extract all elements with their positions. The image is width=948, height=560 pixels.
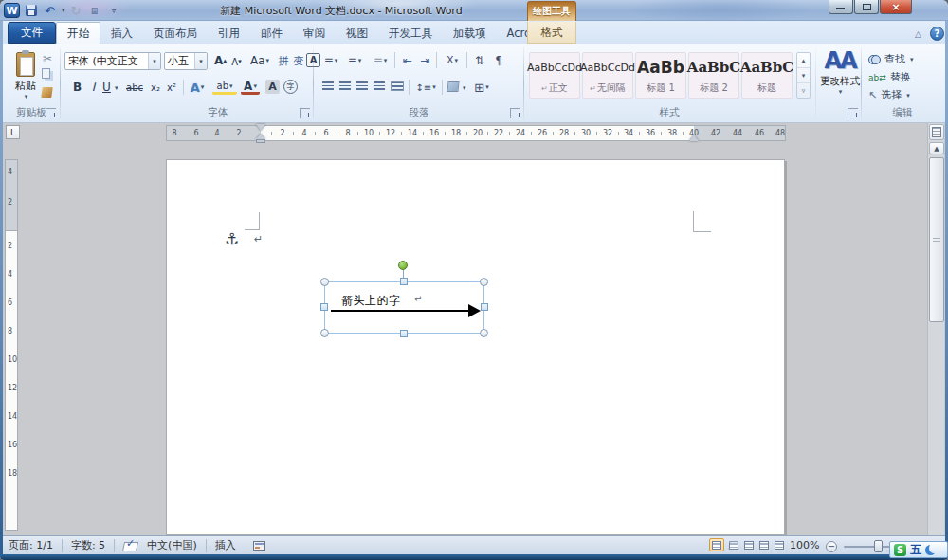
shading-button[interactable] [447,81,459,92]
scroll-up-button[interactable]: ▲ [929,142,944,154]
ime-logo-icon[interactable]: S [894,544,906,556]
undo-button[interactable]: ↶ [42,3,58,18]
close-button[interactable]: × [880,0,912,14]
ime-fullwidth-moon-icon[interactable] [925,545,936,555]
tab-home[interactable]: 开始 [56,22,100,44]
arrow-shape[interactable] [331,310,469,312]
bullets-button[interactable]: ≡▾ [320,52,341,68]
first-line-indent-marker[interactable] [256,124,265,131]
increase-indent-button[interactable]: ⇥ [417,52,433,68]
tab-page-layout[interactable]: 页面布局 [143,23,208,44]
styles-scroll-up[interactable]: ▴ [797,53,810,68]
resize-handle-left[interactable] [320,303,328,311]
toggle-ruler-button[interactable] [929,124,944,140]
find-dropdown-arrow[interactable]: ▾ [910,56,914,63]
paste-button[interactable]: 粘贴 ▾ [11,49,40,104]
right-indent-marker[interactable] [689,135,699,141]
resize-handle-bottom[interactable] [400,330,408,337]
style-title[interactable]: AaBbC 标题 [741,52,793,99]
help-icon[interactable]: ? [930,27,944,41]
strikethrough-button[interactable]: abc [123,80,146,95]
font-name-dropdown-arrow[interactable]: ▾ [148,53,160,69]
resize-handle-top[interactable] [400,278,408,285]
styles-gallery-expand[interactable]: ▿ [797,83,810,98]
find-button[interactable]: 查找 ▾ [868,51,914,67]
resize-handle-top-right[interactable] [480,278,488,286]
resize-handle-right[interactable] [481,303,488,311]
style-normal[interactable]: AaBbCcDd ↵正文 [529,52,580,99]
tab-file[interactable]: 文件 [8,22,56,44]
sort-button[interactable]: ⇅ [471,52,488,68]
language-indicator[interactable]: 中文(中国) [145,536,206,554]
customize-qat-button[interactable]: ▿ [106,3,122,18]
tab-format[interactable]: 格式 [527,22,576,44]
change-styles-button[interactable]: AA 更改样式 ▾ [817,49,863,104]
vertical-scrollbar[interactable]: ▲ [927,123,944,535]
font-size-combobox[interactable]: 小五 ▾ [164,52,208,70]
grow-font-button[interactable]: A▴ [212,52,228,69]
align-left-button[interactable] [322,81,334,91]
line-spacing-button[interactable]: ↕≡▾ [413,80,438,95]
maximize-button[interactable] [854,0,879,14]
select-dropdown-arrow[interactable]: ▾ [906,92,910,99]
distribute-button[interactable] [391,81,404,91]
ime-wubi-icon[interactable]: 五 [910,544,921,555]
underline-button[interactable]: U [100,80,113,95]
paragraph-dialog-launcher[interactable] [510,108,520,118]
tab-developer[interactable]: 开发工具 [378,23,443,44]
align-center-button[interactable] [339,81,351,91]
font-color-button[interactable]: A▾ [241,80,260,95]
align-right-button[interactable] [356,81,368,91]
styles-dialog-launcher[interactable] [848,108,858,118]
collapse-ribbon-icon[interactable]: △ [912,27,924,40]
minimize-button[interactable] [829,0,853,14]
shading-dropdown-arrow[interactable]: ▾ [463,84,466,92]
change-styles-dropdown-arrow[interactable]: ▾ [839,88,843,96]
tab-review[interactable]: 审阅 [293,23,336,44]
asian-layout-button[interactable]: X▾ [441,52,464,68]
italic-button[interactable]: I [87,80,100,95]
word-logo-icon[interactable]: W [4,3,20,18]
character-scale-button[interactable]: 变 [291,52,306,69]
font-name-combobox[interactable]: 宋体 (中文正文 ▾ [64,52,161,70]
zoom-slider-thumb[interactable] [874,540,883,552]
select-button[interactable]: ↖ 选择 ▾ [868,87,910,103]
view-outline-button[interactable] [757,538,772,551]
multilevel-list-button[interactable]: ≡▾ [369,52,392,68]
styles-scroll-down[interactable]: ▾ [797,68,810,83]
tab-selector[interactable]: L [6,125,20,139]
tab-references[interactable]: 引用 [208,23,250,44]
style-heading1[interactable]: AaBb 标题 1 [635,52,686,99]
undo-dropdown-arrow[interactable]: ▾ [62,7,65,14]
underline-dropdown-arrow[interactable]: ▾ [115,84,118,92]
numbering-button[interactable]: ≡▾ [344,52,365,68]
enclose-characters-button[interactable]: 字 [283,80,298,94]
cut-button[interactable]: ✂ [40,51,55,65]
style-no-spacing[interactable]: AaBbCcDd ↵无间隔 [582,52,633,99]
font-size-dropdown-arrow[interactable]: ▾ [194,53,207,69]
insert-mode-indicator[interactable]: 插入 [207,536,245,554]
copy-button[interactable] [42,68,50,79]
decrease-indent-button[interactable]: ⇤ [399,52,415,68]
macro-record-button[interactable] [245,536,274,554]
format-painter-button[interactable] [41,87,53,98]
superscript-button[interactable]: x² [164,80,179,95]
shrink-font-button[interactable]: A▾ [229,54,244,69]
text-effects-button[interactable]: A▾ [188,80,207,95]
resize-handle-bottom-left[interactable] [320,329,329,337]
redo-button[interactable]: ↻ [68,3,84,18]
replace-button[interactable]: ab⇄ 替换 [868,69,911,85]
rotation-handle[interactable] [398,261,408,270]
clipboard-dialog-launcher[interactable] [46,108,56,118]
character-shading-button[interactable]: A [265,80,280,94]
paste-dropdown-arrow[interactable]: ▾ [25,93,28,100]
bold-button[interactable]: B [70,80,84,95]
resize-handle-bottom-right[interactable] [480,329,488,337]
scrollbar-thumb[interactable] [929,157,944,322]
vertical-ruler[interactable]: 4224681012141618 [5,159,18,531]
word-count[interactable]: 字数: 5 [63,536,114,554]
page-indicator[interactable]: 页面: 1/1 [0,536,62,554]
style-heading2[interactable]: AaBbC 标题 2 [688,52,739,99]
highlight-button[interactable]: ab▾ [212,80,237,95]
left-indent-marker[interactable] [256,139,265,143]
